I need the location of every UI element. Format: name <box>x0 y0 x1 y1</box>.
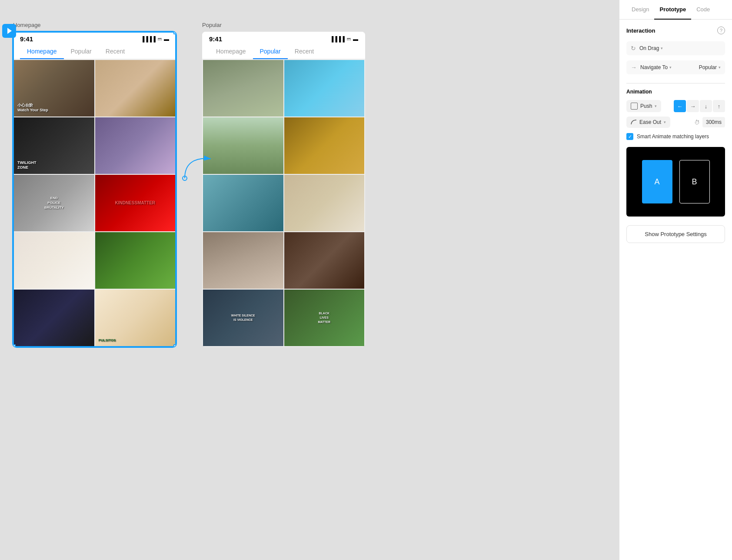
anim-push-row: Push ▾ ← → ↓ ↑ <box>626 100 725 112</box>
duration-value[interactable]: 300ms <box>702 117 725 127</box>
question-mark: ? <box>720 28 722 33</box>
play-icon <box>7 28 12 34</box>
status-icons-2: ▐▐▐▐ 𝌁 ▬ <box>330 36 358 42</box>
photo-grid-homepage: 小心台阶Watch Your Step TWILIGHTZONE ENDPOLI… <box>13 59 176 347</box>
photo-cell-8 <box>95 232 176 289</box>
photo-pop-3 <box>203 117 283 174</box>
tab-homepage-home[interactable]: Homepage <box>20 44 64 59</box>
ease-chevron: ▾ <box>664 120 666 124</box>
interaction-section-header: Interaction ? <box>626 27 725 34</box>
wifi-icon: 𝌁 <box>157 36 162 42</box>
smart-animate-row[interactable]: ✓ Smart Animate matching layers <box>626 133 725 140</box>
navigate-to-label: Navigate To ▾ <box>640 64 672 70</box>
photo-pop-2 <box>284 60 365 117</box>
phone-frame-popular[interactable]: 9:41 ▐▐▐▐ 𝌁 ▬ Homepage Popular Recent <box>202 32 365 347</box>
push-frame-icon <box>631 103 638 110</box>
push-label: Push <box>640 103 652 109</box>
photo-text-1: 小心台阶Watch Your Step <box>17 103 48 113</box>
destination-chevron: ▾ <box>719 65 721 70</box>
show-prototype-settings-button[interactable]: Show Prototype Settings <box>626 225 725 243</box>
help-icon[interactable]: ? <box>717 27 725 34</box>
animation-preview: A B <box>626 147 725 217</box>
phone-frame-homepage[interactable]: 9:41 ▐▐▐▐ 𝌁 ▬ Homepage Popular Recent <box>13 32 176 347</box>
frame-popular-label: Popular <box>202 22 222 28</box>
photo-text-5: ENDPOLICEBRUTALITY <box>44 196 64 210</box>
photo-text-10: PULSITOS <box>99 338 116 343</box>
right-panel: Design Prototype Code Interaction ? ↻ On… <box>619 0 732 560</box>
animation-section: Animation Push ▾ ← → ↓ ↑ <box>626 89 725 140</box>
photo-cell-5: ENDPOLICEBRUTALITY <box>14 175 94 231</box>
tab-prototype[interactable]: Prototype <box>654 0 691 20</box>
on-drag-chevron: ▾ <box>661 46 663 50</box>
battery-icon-2: ▬ <box>353 36 358 42</box>
direction-buttons: ← → ↓ ↑ <box>674 100 725 112</box>
photo-pop-10: BLACKLIVESMATTER <box>284 290 365 346</box>
destination-label: Popular <box>699 64 717 70</box>
frames-container: Homepage 9:41 ▐▐▐▐ 𝌁 ▬ <box>13 22 365 347</box>
photo-text-p10: BLACKLIVESMATTER <box>318 311 330 324</box>
dir-left-btn[interactable]: ← <box>674 100 686 112</box>
photo-cell-10: PULSITOS <box>95 290 176 346</box>
smart-animate-checkbox[interactable]: ✓ <box>626 133 633 140</box>
smart-animate-label: Smart Animate matching layers <box>637 133 709 140</box>
svg-point-0 <box>183 176 187 180</box>
duration-section: ⏱ 300ms <box>694 117 725 127</box>
tab-popular-recent[interactable]: Recent <box>288 44 321 59</box>
photo-text-p9: WHITE SILENCEIS VIOLENCE <box>231 313 255 322</box>
frame-popular-wrapper: Popular 9:41 ▐▐▐▐ 𝌁 ▬ Homepage Popular R… <box>202 22 365 347</box>
navigate-destination[interactable]: Popular ▾ <box>699 64 721 70</box>
status-icons-1: ▐▐▐▐ 𝌁 ▬ <box>141 36 169 42</box>
on-drag-row[interactable]: ↻ On Drag ▾ <box>626 41 725 55</box>
tab-popular-popular[interactable]: Popular <box>253 44 288 59</box>
tab-homepage-popular[interactable]: Popular <box>64 44 99 59</box>
dir-up-btn[interactable]: ↑ <box>713 100 725 112</box>
photo-pop-4 <box>284 117 365 174</box>
canvas-area: Homepage 9:41 ▐▐▐▐ 𝌁 ▬ <box>0 0 619 560</box>
ease-dropdown[interactable]: Ease Out ▾ <box>626 117 670 128</box>
frame-homepage-label: Homepage <box>13 22 41 28</box>
clock-icon: ⏱ <box>694 119 700 126</box>
ease-label: Ease Out <box>639 119 661 125</box>
dir-down-btn[interactable]: ↓ <box>700 100 712 112</box>
play-button[interactable] <box>2 24 16 38</box>
navigate-arrow-icon: → <box>631 64 637 71</box>
signal-icon: ▐▐▐▐ <box>141 36 156 42</box>
dir-right-btn[interactable]: → <box>687 100 699 112</box>
anim-ease-row: Ease Out ▾ ⏱ 300ms <box>626 117 725 128</box>
navigate-to-text: Navigate To <box>640 64 668 70</box>
photo-text-6: KINDNESSMATTER <box>115 200 155 206</box>
photo-pop-9: WHITE SILENCEIS VIOLENCE <box>203 290 283 346</box>
navigate-to-row[interactable]: → Navigate To ▾ Popular ▾ <box>626 60 725 74</box>
photo-text-3: TWILIGHTZONE <box>17 160 37 170</box>
photo-cell-6: KINDNESSMATTER <box>95 175 176 231</box>
preview-frame-a: A <box>642 160 672 203</box>
checkmark-icon: ✓ <box>628 134 632 140</box>
photo-cell-1: 小心台阶Watch Your Step <box>14 60 94 117</box>
preview-b-label: B <box>692 177 697 187</box>
tab-homepage-recent[interactable]: Recent <box>99 44 132 59</box>
status-bar-homepage: 9:41 ▐▐▐▐ 𝌁 ▬ <box>13 32 176 44</box>
photo-pop-7 <box>203 232 283 289</box>
photo-cell-7 <box>14 232 94 289</box>
photo-grid-popular: WHITE SILENCEIS VIOLENCE BLACKLIVESMATTE… <box>202 59 365 347</box>
drag-icon: ↻ <box>631 45 636 52</box>
panel-tabs: Design Prototype Code <box>619 0 732 20</box>
phone-tabs-homepage: Homepage Popular Recent <box>13 44 176 59</box>
push-dropdown[interactable]: Push ▾ <box>626 100 661 112</box>
status-time-1: 9:41 <box>20 35 33 43</box>
photo-pop-6 <box>284 175 365 231</box>
battery-icon: ▬ <box>164 36 169 42</box>
tab-design[interactable]: Design <box>626 0 654 20</box>
divider-1 <box>626 83 725 83</box>
ease-curve-icon <box>631 119 637 125</box>
status-bar-popular: 9:41 ▐▐▐▐ 𝌁 ▬ <box>202 32 365 44</box>
tab-code[interactable]: Code <box>691 0 715 20</box>
panel-content: Interaction ? ↻ On Drag ▾ → Navigate To … <box>619 20 732 560</box>
on-drag-dropdown[interactable]: On Drag ▾ <box>639 45 663 51</box>
wifi-icon-2: 𝌁 <box>346 36 351 42</box>
photo-pop-8 <box>284 232 365 289</box>
photo-cell-4 <box>95 117 176 174</box>
interaction-title: Interaction <box>626 27 655 34</box>
photo-cell-2 <box>95 60 176 117</box>
tab-popular-home[interactable]: Homepage <box>209 44 253 59</box>
